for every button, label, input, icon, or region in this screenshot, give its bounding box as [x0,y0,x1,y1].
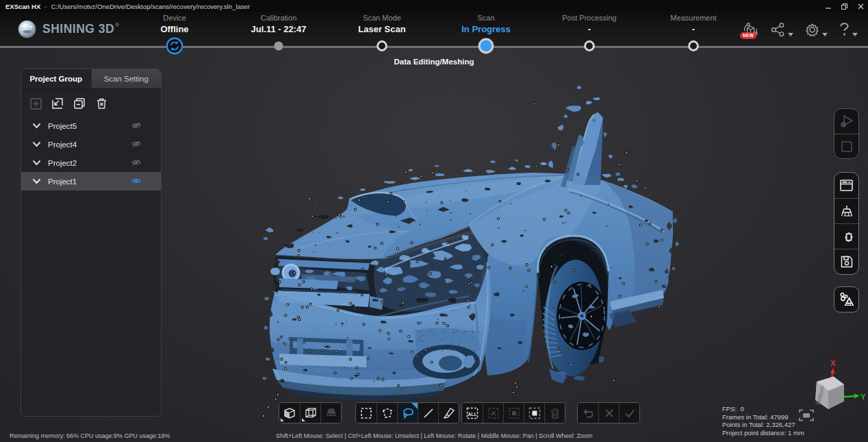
node-measurement[interactable] [688,40,700,55]
orientation-gizmo[interactable]: Bottom ​ X Y [787,341,868,423]
invert-selection-button[interactable] [503,403,524,423]
community-button[interactable]: NEW [742,21,759,38]
lasso-select-button[interactable] [397,403,418,423]
close-button[interactable] [858,3,864,10]
step-scan[interactable]: Scan In Progress [431,14,541,34]
projector-button[interactable] [320,403,341,423]
add-icon [30,98,42,110]
trash-icon [96,97,107,110]
invert-selection-icon [507,406,521,420]
chevron-down-icon[interactable] [32,141,41,147]
scan-control-group [834,108,859,159]
flyout-corner [302,418,305,421]
stop-icon [841,140,853,153]
minimize-button[interactable] [826,3,832,10]
import-icon [51,97,64,110]
project-name: Project2 [48,159,77,167]
step-calibration-label: Calibration [224,14,333,22]
save-button[interactable] [834,249,858,274]
visibility-off-icon[interactable] [131,139,142,149]
confirm-icon [623,406,637,420]
brand-logo: SHINING 3D ® [18,20,118,38]
select-connected-icon [528,406,541,420]
3d-viewport[interactable]: Data Editing/Meshing [0,48,868,442]
start-scan-button[interactable] [834,109,858,134]
wireframe-cube-icon [304,406,318,420]
share-button[interactable] [770,22,793,38]
add-project-button[interactable] [28,96,43,111]
project-name: Project1 [48,177,77,186]
select-connected-button[interactable] [524,403,544,423]
chevron-down-icon[interactable] [32,123,41,129]
selection-tools-toolbar [355,402,459,423]
status-bar: Remaining memory: 66% CPU usage:9% GPU u… [0,432,868,442]
visibility-off-icon[interactable] [131,158,142,167]
chevron-down-icon[interactable] [32,178,41,184]
polygon-select-button[interactable] [376,403,397,423]
title-separator: - [44,3,47,10]
tab-scan-setting[interactable]: Scan Setting [91,69,162,88]
chevron-down-icon[interactable] [32,160,41,166]
plugin-button[interactable] [834,223,858,249]
scan-mode-ring-icon [376,40,388,52]
project-row-project5[interactable]: Project5 [21,116,161,135]
delete-project-button[interactable] [94,96,109,111]
delete-selected-button[interactable] [544,403,565,423]
node-calibration[interactable] [273,40,284,54]
node-scan-mode[interactable] [376,40,388,55]
select-all-button[interactable]: ALL [462,403,483,423]
project-row-project4[interactable]: Project4 [21,135,161,154]
polygon-select-icon [381,406,394,420]
visibility-off-icon[interactable] [131,121,142,130]
step-calibration-value: Jul.11 - 22:47 [224,24,333,34]
project-row-project1[interactable]: Project1 [21,172,161,191]
right-toolbar [834,172,859,275]
step-calibration[interactable]: Calibration Jul.11 - 22:47 [224,14,333,34]
clean-data-button[interactable] [834,198,858,223]
settings-caret-icon [822,33,828,36]
confirm-button[interactable] [619,403,639,423]
step-scan-mode[interactable]: Scan Mode Laser Scan [327,14,437,34]
help-button[interactable] [839,22,858,38]
top-navigation: SHINING 3D ® Device Offline Calibration … [0,12,868,49]
shaded-view-button[interactable] [279,403,300,423]
import-project-button[interactable] [50,96,65,111]
shaded-cube-icon [283,406,296,420]
node-device[interactable] [166,37,183,58]
axis-y-label: Y [860,393,866,401]
mesh-group [834,286,859,312]
project-window-button[interactable] [834,173,858,198]
settings-button[interactable] [804,22,828,38]
rect-select-button[interactable] [356,403,376,423]
undo-button[interactable] [578,403,598,423]
step-scan-mode-value: Laser Scan [327,24,437,34]
deselect-button[interactable] [483,403,503,423]
mouse-help-text: Shift+Left Mouse: Select | Ctrl+Left Mou… [276,432,593,439]
line-select-button[interactable] [418,403,438,423]
wireframe-view-button[interactable] [300,403,320,423]
duplicate-project-button[interactable] [72,96,87,111]
brush-select-button[interactable] [438,403,459,423]
step-measurement-label: Measurement [639,14,748,22]
tab-project-group[interactable]: Project Group [21,69,91,88]
cancel-button[interactable] [598,403,619,423]
visibility-on-icon[interactable] [131,176,142,186]
undo-icon [581,406,595,420]
share-icon [770,22,786,38]
stage-title: Data Editing/Meshing [0,58,868,66]
step-measurement[interactable]: Measurement - [639,14,748,34]
project-row-project2[interactable]: Project2 [21,154,161,172]
node-scan[interactable] [478,38,495,58]
step-post-processing[interactable]: Post Processing - [535,14,644,34]
close-icon [858,3,864,10]
line-select-icon [422,406,435,420]
step-measurement-value: - [639,24,748,34]
new-badge: NEW [740,32,756,39]
step-device[interactable]: Device Offline [120,14,229,34]
mesh-button[interactable] [834,287,858,312]
node-post-processing[interactable] [584,40,596,55]
maximize-button[interactable] [841,3,848,10]
device-sync-icon [166,37,183,55]
play-gear-icon [839,114,854,129]
stop-scan-button[interactable] [834,134,858,158]
